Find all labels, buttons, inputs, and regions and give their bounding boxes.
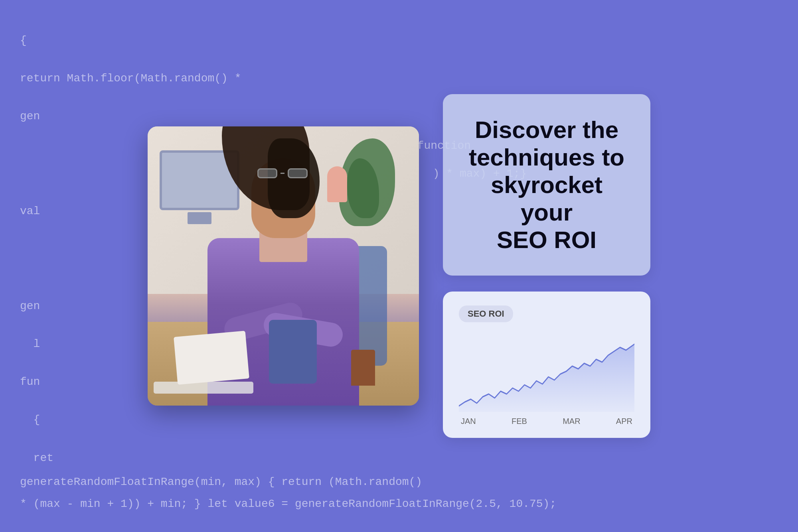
chart-label-mar: MAR <box>563 417 580 426</box>
chart-card: SEO ROI JAN <box>443 292 650 438</box>
headline-card: Discover the techniques to skyrocket you… <box>443 94 650 276</box>
chart-badge: SEO ROI <box>459 305 513 322</box>
chart-label-jan: JAN <box>461 417 476 426</box>
headline-line2: techniques to <box>469 144 624 171</box>
chart-svg <box>459 332 634 412</box>
photo-card <box>148 126 419 406</box>
chart-area <box>459 332 634 412</box>
chart-label-apr: APR <box>616 417 632 426</box>
chart-x-labels: JAN FEB MAR APR <box>459 417 634 426</box>
right-panel: Discover the techniques to skyrocket you… <box>443 94 650 438</box>
headline-text: Discover the techniques to skyrocket you… <box>467 116 626 254</box>
chart-label-feb: FEB <box>512 417 527 426</box>
main-container: Discover the techniques to skyrocket you… <box>0 0 798 532</box>
headline-line1: Discover the <box>475 116 618 143</box>
headline-line3: skyrocket your <box>491 171 602 226</box>
headline-line4: SEO ROI <box>497 227 597 253</box>
